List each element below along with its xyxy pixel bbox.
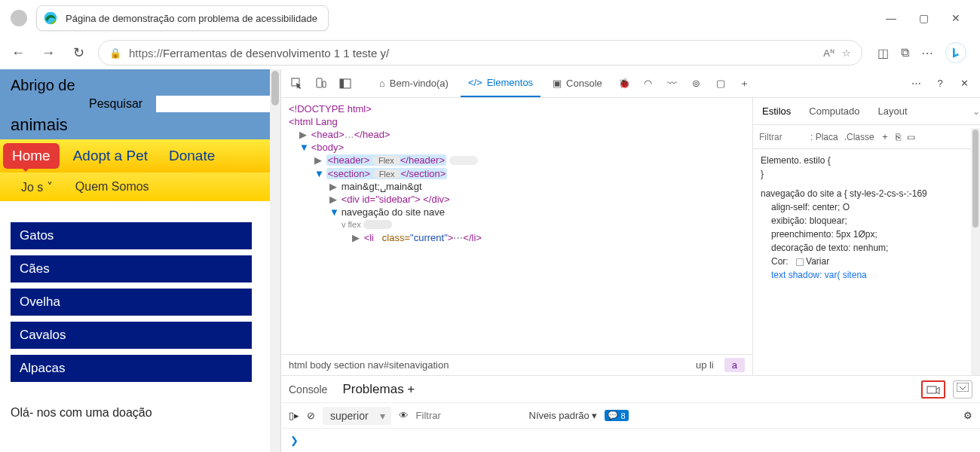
code-icon: </> xyxy=(468,77,482,88)
toolbar: ← → ↻ 🔒 https://Ferramentas de desenvolv… xyxy=(0,36,980,69)
list-item[interactable]: Cães xyxy=(11,255,252,282)
edge-icon xyxy=(43,11,58,26)
copy-icon[interactable]: ⎘ xyxy=(896,132,901,142)
tab-computado[interactable]: Computado xyxy=(800,105,868,117)
toolbar-icons: ◫ ⧉ ⋯ xyxy=(871,42,972,63)
svg-rect-7 xyxy=(957,383,969,392)
live-expr-icon[interactable]: 👁 xyxy=(399,410,409,421)
dock-icon[interactable] xyxy=(335,74,355,93)
drawer-tab-console[interactable]: Console xyxy=(289,383,327,396)
list-item[interactable]: Alpacas xyxy=(11,355,252,382)
home-icon: ⌂ xyxy=(379,78,385,89)
list-item[interactable]: Cavalos xyxy=(11,322,252,349)
tab-layout[interactable]: Layout xyxy=(869,105,917,117)
clear-console-icon[interactable]: ⊘ xyxy=(307,410,315,421)
dom-panel: <!DOCTYPE html> <html Lang ▶ <head>…</he… xyxy=(281,98,752,375)
nav-adopt[interactable]: Adopt a Pet xyxy=(63,148,158,164)
issues-highlight-icon[interactable] xyxy=(921,380,945,399)
collections-icon[interactable]: ⧉ xyxy=(901,46,909,60)
styles-scrollbar[interactable] xyxy=(971,128,980,375)
styles-filter-input[interactable] xyxy=(759,132,804,142)
add-tab-icon[interactable]: ＋ xyxy=(735,74,755,93)
perf-icon[interactable]: 〰 xyxy=(663,74,682,93)
help-icon[interactable]: ? xyxy=(930,74,950,93)
app-icon[interactable]: ▢ xyxy=(711,74,730,93)
issues-badge[interactable]: 💬 8 xyxy=(605,410,628,421)
hov-toggle[interactable]: : Placa xyxy=(810,132,838,142)
nav-quem[interactable]: Quem Somos xyxy=(75,180,149,194)
console-body[interactable]: ❯ xyxy=(281,429,980,452)
list-item[interactable]: Gatos xyxy=(11,222,252,249)
bug-icon[interactable]: 🐞 xyxy=(614,74,634,93)
address-bar[interactable]: 🔒 https://Ferramentas de desenvolvimento… xyxy=(98,40,862,66)
tab-estilos[interactable]: Estilos xyxy=(753,105,800,117)
nav-home[interactable]: Home xyxy=(3,143,60,169)
profile-avatar[interactable] xyxy=(11,10,27,26)
drawer-tabs: Console Problemas + xyxy=(281,376,980,403)
devtools: ⌂Bem-vindo(a) </>Elementos ▣Console 🐞 ◠ … xyxy=(280,69,980,452)
log-levels[interactable]: Níveis padrão ▾ xyxy=(529,410,598,421)
close-icon[interactable]: ✕ xyxy=(951,12,960,24)
read-aloud-icon[interactable]: Aᴺ xyxy=(823,47,835,59)
devtools-main: <!DOCTYPE html> <html Lang ▶ <head>…</he… xyxy=(281,98,980,375)
nav-donate[interactable]: Donate xyxy=(158,148,225,164)
hero-title-1: Abrigo de xyxy=(11,77,75,94)
lock-icon: 🔒 xyxy=(109,47,121,59)
dock-drawer-icon[interactable] xyxy=(953,380,972,399)
svg-rect-2 xyxy=(317,78,322,87)
gear-icon[interactable]: ⚙ xyxy=(963,410,972,421)
back-button[interactable]: ← xyxy=(8,42,29,63)
search-input[interactable] xyxy=(156,96,271,112)
sidebar-toggle-icon[interactable]: ▯▸ xyxy=(289,410,299,421)
console-filter-input[interactable] xyxy=(416,410,522,421)
tab-console[interactable]: ▣Console xyxy=(545,69,610,97)
favorite-icon[interactable]: ☆ xyxy=(842,47,851,59)
minimize-icon[interactable]: — xyxy=(886,12,896,24)
bing-icon[interactable] xyxy=(945,42,966,63)
device-icon[interactable] xyxy=(311,74,331,93)
donation-text: Olá- nos com uma doação xyxy=(0,397,280,429)
forward-button[interactable]: → xyxy=(38,42,59,63)
url-text: https://Ferramentas de desenvolvimento 1… xyxy=(129,47,816,60)
maximize-icon[interactable]: ▢ xyxy=(919,12,929,24)
category-list: Gatos Cães Ovelha Cavalos Alpacas xyxy=(0,201,280,397)
more-icon[interactable]: ⋯ xyxy=(921,46,933,60)
page-header: Abrigo de Pesquisar animais xyxy=(0,69,280,139)
memory-icon[interactable]: ⊚ xyxy=(687,74,706,93)
svg-rect-5 xyxy=(340,79,344,88)
more-tools-icon[interactable]: ⋯ xyxy=(906,74,926,93)
console-prompt: ❯ xyxy=(290,435,299,446)
add-rule-icon[interactable]: ＋ xyxy=(880,130,890,143)
secondary-nav: Jo s ˅ Quem Somos xyxy=(0,173,280,201)
tab-welcome[interactable]: ⌂Bem-vindo(a) xyxy=(372,69,456,97)
page-scrollbar[interactable] xyxy=(270,69,280,452)
tab-title: Página de demonstração com problema de a… xyxy=(66,13,317,24)
tab-elements[interactable]: </>Elementos xyxy=(461,69,541,97)
styles-body[interactable]: Elemento. estilo { } navegação do site a… xyxy=(753,149,980,286)
console-filter-bar: ▯▸ ⊘ superior 👁 Níveis padrão ▾ 💬 8 ⚙ xyxy=(281,403,980,429)
styles-panel: Estilos Computado Layout ⌄ : Placa .Clas… xyxy=(752,98,980,375)
nav-jos[interactable]: Jo s ˅ xyxy=(21,180,53,194)
chevron-down-icon[interactable]: ⌄ xyxy=(972,106,980,117)
split-icon[interactable]: ◫ xyxy=(877,46,889,60)
hero-title-2: animais xyxy=(11,115,271,135)
window-controls: — ▢ ✕ xyxy=(886,12,974,24)
browser-tab[interactable]: Página de demonstração com problema de a… xyxy=(36,5,329,31)
list-item[interactable]: Ovelha xyxy=(11,289,252,316)
computed-toggle-icon[interactable]: ▭ xyxy=(907,132,915,142)
dom-breadcrumb[interactable]: html body section nav#sitenavigation up … xyxy=(281,354,752,375)
close-devtools-icon[interactable]: ✕ xyxy=(954,74,974,93)
primary-nav: Home Adopt a Pet Donate xyxy=(0,139,280,173)
devtools-drawer: Console Problemas + ▯▸ ⊘ superior 👁 Níve… xyxy=(281,375,980,452)
cls-toggle[interactable]: .Classe xyxy=(844,132,874,142)
dom-tree[interactable]: <!DOCTYPE html> <html Lang ▶ <head>…</he… xyxy=(281,98,752,354)
styles-filter-row: : Placa .Classe ＋ ⎘ ▭ xyxy=(753,125,980,149)
refresh-button[interactable]: ↻ xyxy=(68,42,89,63)
context-dropdown[interactable]: superior xyxy=(323,407,391,425)
console-icon: ▣ xyxy=(553,78,562,89)
svg-rect-6 xyxy=(927,386,936,393)
titlebar: Página de demonstração com problema de a… xyxy=(0,0,980,36)
network-icon[interactable]: ◠ xyxy=(639,74,658,93)
drawer-tab-problems[interactable]: Problemas + xyxy=(342,382,415,397)
inspect-icon[interactable] xyxy=(287,74,307,93)
